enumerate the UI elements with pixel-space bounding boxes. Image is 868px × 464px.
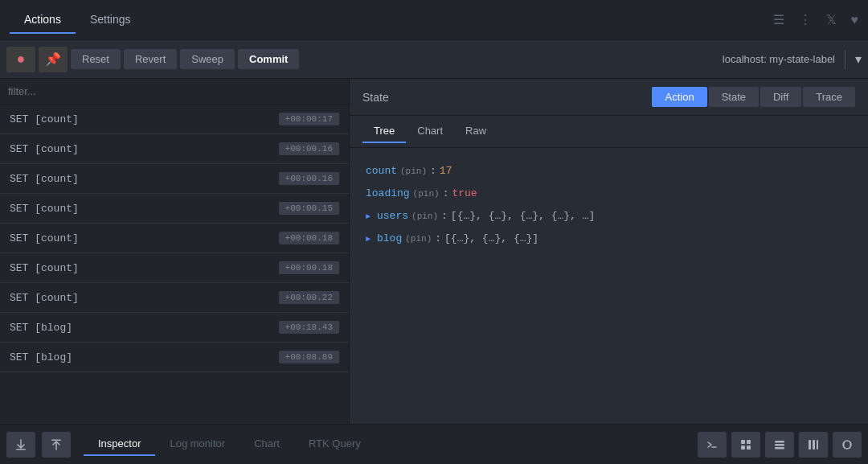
heart-icon[interactable]: ♥ — [851, 13, 859, 27]
grid1-icon[interactable] — [731, 432, 760, 458]
action-time: +00:18.43 — [279, 321, 339, 334]
book-icon[interactable]: ☰ — [773, 12, 784, 27]
commit-button[interactable]: Commit — [238, 49, 299, 69]
tab-chart[interactable]: Chart — [240, 433, 294, 456]
list-item[interactable]: SET [count] +00:00.18 — [0, 224, 349, 253]
tab-log-monitor[interactable]: Log monitor — [155, 433, 240, 456]
action-name: SET [count] — [10, 143, 79, 155]
sweep-button[interactable]: Sweep — [180, 49, 235, 69]
terminal-icon[interactable] — [698, 432, 727, 458]
state-header: State Action State Diff Trace — [350, 79, 868, 116]
radio-icon[interactable] — [833, 432, 862, 458]
left-panel: SET [count] +00:00:17 SET [count] +00:00… — [0, 79, 350, 424]
action-name: SET [count] — [10, 292, 79, 304]
svg-rect-10 — [813, 440, 815, 450]
tree-row-count: count (pin) : 17 — [366, 161, 852, 182]
tree-key-loading: loading — [366, 183, 410, 204]
pin-button[interactable]: 📌 — [39, 47, 68, 72]
tree-key-count: count — [366, 161, 397, 182]
list-item[interactable]: SET [count] +00:00.16 — [0, 164, 349, 194]
download-icon[interactable] — [6, 432, 35, 458]
tab-settings[interactable]: Settings — [76, 6, 145, 34]
tab-diff[interactable]: Diff — [760, 87, 801, 107]
filter-bar — [0, 79, 349, 105]
separator — [845, 50, 845, 69]
tree-colon-loading: : — [443, 183, 449, 204]
tab-state[interactable]: State — [709, 87, 759, 107]
list-item[interactable]: SET [count] +00:00.15 — [0, 194, 349, 224]
list-item[interactable]: SET [blog] +00:18.43 — [0, 313, 349, 343]
record-button[interactable]: ● — [6, 47, 35, 72]
action-time: +00:08.89 — [279, 351, 339, 363]
svg-rect-4 — [741, 446, 745, 450]
top-tabs: Actions Settings — [10, 6, 145, 34]
action-time: +00:00.16 — [279, 172, 339, 185]
list-item[interactable]: SET [count] +00:00.18 — [0, 253, 349, 283]
tree-row-users: ► users (pin) : [{…}, {…}, {…}, {…}, …] — [366, 206, 852, 227]
svg-rect-1 — [51, 439, 61, 441]
tab-raw[interactable]: Raw — [454, 120, 497, 143]
action-name: SET [blog] — [10, 351, 72, 363]
tab-action[interactable]: Action — [652, 87, 706, 107]
action-list: SET [count] +00:00:17 SET [count] +00:00… — [0, 105, 349, 424]
state-tabs: Action State Diff Trace — [652, 87, 855, 107]
tree-pin-users: (pin) — [411, 207, 438, 225]
server-label: localhost: my-state-label ▾ — [723, 50, 862, 69]
tab-chart[interactable]: Chart — [406, 120, 454, 143]
action-name: SET [count] — [10, 113, 79, 125]
tab-rtk-query[interactable]: RTK Query — [294, 433, 375, 456]
bottom-bar: Inspector Log monitor Chart RTK Query — [0, 424, 868, 464]
chevron-blog-icon[interactable]: ► — [366, 232, 371, 248]
bottom-tabs: Inspector Log monitor Chart RTK Query — [84, 433, 375, 456]
list-item[interactable]: SET [count] +00:00.16 — [0, 134, 349, 164]
svg-rect-2 — [741, 440, 745, 444]
svg-rect-3 — [747, 440, 751, 444]
revert-button[interactable]: Revert — [124, 49, 177, 69]
tree-value-blog: [{…}, {…}, {…}] — [444, 228, 538, 249]
action-time: +00:00.18 — [279, 232, 339, 244]
tree-key-users: users — [377, 206, 408, 227]
action-name: SET [count] — [10, 232, 79, 244]
action-name: SET [blog] — [10, 322, 72, 334]
twitter-icon[interactable]: 𝕏 — [826, 12, 837, 27]
dropdown-arrow[interactable]: ▾ — [855, 51, 862, 67]
action-time: +00:00:17 — [279, 113, 339, 125]
grid3-icon[interactable] — [799, 432, 828, 458]
tree-key-blog: blog — [377, 228, 402, 249]
tab-actions[interactable]: Actions — [10, 6, 76, 34]
tree-content: count (pin) : 17 loading (pin) : true ► … — [350, 148, 868, 424]
action-time: +00:00.18 — [279, 261, 339, 274]
upload-icon[interactable] — [42, 432, 71, 458]
filter-input[interactable] — [8, 85, 341, 97]
tree-value-count: 17 — [440, 161, 452, 182]
right-panel: State Action State Diff Trace Tree Chart… — [350, 79, 868, 424]
tab-trace[interactable]: Trace — [803, 87, 855, 107]
bottom-right-icons — [698, 432, 862, 458]
action-name: SET [count] — [10, 262, 79, 274]
action-time: +00:00.16 — [279, 142, 339, 155]
list-item[interactable]: SET [blog] +00:08.89 — [0, 343, 349, 372]
action-time: +00:00.15 — [279, 202, 339, 215]
tree-pin-count: (pin) — [400, 162, 427, 180]
tree-value-users: [{…}, {…}, {…}, {…}, …] — [451, 206, 595, 227]
reset-button[interactable]: Reset — [71, 49, 121, 69]
svg-rect-6 — [775, 441, 784, 443]
chevron-users-icon[interactable]: ► — [366, 209, 371, 225]
list-item[interactable]: SET [count] +00:00:17 — [0, 105, 349, 134]
state-title: State — [362, 91, 652, 104]
toolbar: ● 📌 Reset Revert Sweep Commit localhost:… — [0, 40, 868, 79]
svg-rect-9 — [809, 440, 811, 450]
grid2-icon[interactable] — [765, 432, 794, 458]
server-name: localhost: my-state-label — [723, 53, 835, 65]
svg-rect-8 — [775, 447, 784, 450]
list-item[interactable]: SET [count] +00:00.22 — [0, 283, 349, 313]
svg-rect-5 — [747, 446, 751, 450]
comment-icon[interactable]: ⋮ — [799, 12, 812, 27]
main-content: SET [count] +00:00:17 SET [count] +00:00… — [0, 79, 868, 424]
action-name: SET [count] — [10, 173, 79, 185]
tab-tree[interactable]: Tree — [362, 120, 406, 143]
bottom-left-icons — [6, 432, 71, 458]
tree-tabs: Tree Chart Raw — [350, 116, 868, 148]
tab-inspector[interactable]: Inspector — [84, 433, 155, 456]
action-time: +00:00.22 — [279, 291, 339, 304]
